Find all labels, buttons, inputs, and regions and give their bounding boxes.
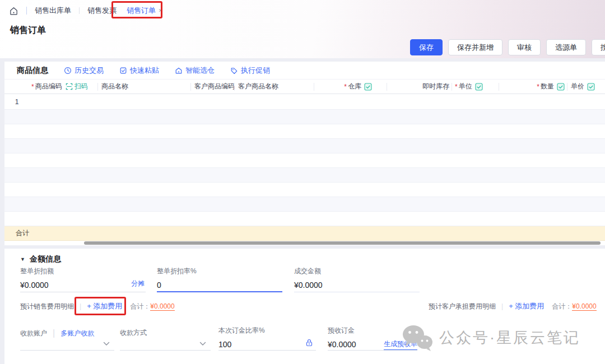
home-icon[interactable] — [9, 6, 18, 16]
customer-fee-row: 预计客户承担费用明细 | + 添加费用 合计： ¥0.0000 — [429, 300, 597, 313]
divider: | — [501, 302, 503, 310]
tag-icon — [230, 67, 238, 74]
select-source-button[interactable]: 选源单 — [546, 39, 586, 55]
amount-section-title: 金额信息 — [30, 254, 61, 264]
tab-divider — [79, 7, 80, 14]
tab-divider — [26, 7, 27, 15]
product-toolbar: 商品信息 历史交易 快速粘贴 智能选仓 执行促销 — [4, 62, 605, 80]
deal-amount-field: 成交金额 ¥0.0000 — [294, 267, 420, 292]
save-and-new-button[interactable]: 保存并新增 — [448, 39, 502, 55]
sales-fee-total[interactable]: ¥0.0000 — [150, 302, 174, 311]
customer-fee-label: 预计客户承担费用明细 — [429, 302, 496, 311]
divider: | — [53, 328, 55, 338]
total-row: 合计 — [4, 226, 605, 241]
row-number: 1 — [4, 98, 29, 106]
tab-bar: 销售出库单 销售发票 销售订单 × — [0, 0, 162, 21]
discount-rate-field[interactable]: 整单折扣率% 0 — [157, 267, 282, 292]
table-row[interactable] — [4, 139, 605, 153]
batch-edit-icon[interactable] — [587, 83, 595, 91]
total-label: 合计： — [552, 302, 572, 311]
column-header-rownum — [4, 83, 29, 91]
table-row[interactable] — [4, 110, 605, 124]
column-header-stock: 即时库存 — [387, 83, 452, 91]
field-value: ¥0.0000 — [294, 281, 420, 290]
chevron-down-icon[interactable] — [103, 342, 110, 346]
sales-fee-label: 预计销售费用明细 — [20, 302, 74, 311]
chevron-down-icon[interactable] — [199, 342, 206, 346]
column-header-product-code: * 商品编码 扫码 — [29, 83, 97, 91]
add-sales-fee-button[interactable]: + 添加费用 — [87, 301, 122, 311]
field-label: 收款方式 — [120, 328, 211, 338]
table-row[interactable] — [4, 183, 605, 197]
table-row[interactable]: 1 — [4, 94, 605, 110]
scan-icon — [66, 83, 73, 90]
bom-button[interactable]: 按BOM生 — [592, 39, 605, 55]
batch-edit-icon[interactable] — [557, 83, 565, 91]
lock-icon[interactable] — [305, 338, 314, 347]
batch-edit-icon[interactable] — [475, 83, 483, 91]
audit-button[interactable]: 审核 — [508, 39, 541, 55]
amount-section-header[interactable]: ▼ 金额信息 — [20, 254, 61, 264]
field-label: 收款账户 — [20, 329, 47, 338]
generate-receipt-link[interactable]: 生成预收单 — [384, 339, 417, 350]
table-row[interactable] — [4, 153, 605, 168]
scrollbar-thumb[interactable] — [84, 241, 601, 245]
field-label: 整单折扣额 — [20, 267, 146, 276]
history-trade-link[interactable]: 历史交易 — [64, 66, 104, 76]
deposit-rate-field[interactable]: 本次订金比率% 100 — [218, 326, 316, 351]
spread-link[interactable]: 分摊 — [131, 279, 145, 288]
add-customer-fee-button[interactable]: + 添加费用 — [509, 301, 544, 311]
payment-account-field[interactable]: 收款账户 | 多账户收款 — [20, 328, 114, 351]
promotion-link[interactable]: 执行促销 — [230, 66, 270, 76]
field-label: 本次订金比率% — [218, 326, 316, 335]
column-header-product-name: 商品名称 — [97, 83, 190, 91]
clock-icon — [64, 67, 72, 74]
batch-edit-icon[interactable] — [364, 83, 372, 91]
column-header-customer-code: 客户商品编码 — [190, 83, 234, 91]
page-title: 销售订单 — [10, 25, 46, 36]
product-section-title: 商品信息 — [17, 66, 48, 76]
sales-fee-row: 预计销售费用明细 | + 添加费用 合计： ¥0.0000 — [20, 300, 175, 313]
customer-fee-total[interactable]: ¥0.0000 — [572, 302, 596, 311]
table-row[interactable] — [4, 212, 605, 226]
field-label: 成交金额 — [294, 267, 420, 276]
save-button[interactable]: 保存 — [410, 39, 443, 55]
checkbox-icon — [119, 67, 127, 74]
top-header: 销售出库单 销售发票 销售订单 × 销售订单 保存 保存并新增 审核 选源单 按… — [0, 0, 605, 58]
table-row[interactable] — [4, 124, 605, 139]
divider: | — [80, 302, 81, 310]
smart-warehouse-link[interactable]: 智能选仓 — [175, 66, 215, 76]
field-value[interactable]: ¥0.0000 — [20, 281, 146, 290]
deposit-field[interactable]: 预收订金 ¥0.0000 生成预收单 — [328, 326, 417, 351]
table-row[interactable] — [4, 197, 605, 212]
payment-method-field[interactable]: 收款方式 — [120, 328, 211, 351]
horizontal-scrollbar[interactable] — [4, 241, 605, 245]
tab-sales-order[interactable]: 销售订单 — [127, 6, 156, 16]
tab-close-icon[interactable]: × — [159, 7, 162, 15]
tab-sales-outbound[interactable]: 销售出库单 — [35, 6, 71, 16]
column-header-customer-name: 客户商品名称 — [234, 83, 314, 91]
column-header-quantity: * 数量 — [499, 83, 567, 91]
tab-sales-invoice[interactable]: 销售发票 — [87, 6, 117, 16]
amount-info-card: ▼ 金额信息 整单折扣额 ¥0.0000 分摊 整单折扣率% 0 成交金额 ¥0… — [4, 249, 605, 364]
scan-code-button[interactable]: 扫码 — [66, 83, 88, 91]
field-label: 预收订金 — [328, 326, 417, 335]
field-label: 整单折扣率% — [157, 267, 282, 276]
total-label: 合计： — [130, 302, 150, 311]
table-row[interactable] — [4, 168, 605, 183]
column-header-warehouse: * 仓库 — [314, 83, 387, 91]
product-info-card: 商品信息 历史交易 快速粘贴 智能选仓 执行促销 — [4, 62, 605, 245]
action-buttons: 保存 保存并新增 审核 选源单 按BOM生 — [410, 39, 605, 55]
quick-paste-link[interactable]: 快速粘贴 — [119, 66, 159, 76]
multi-account-link[interactable]: 多账户收款 — [61, 329, 94, 338]
column-header-unit: * 单位 — [452, 83, 499, 91]
collapse-triangle-icon: ▼ — [20, 256, 25, 262]
field-value[interactable]: 0 — [157, 281, 282, 290]
discount-amount-field[interactable]: 整单折扣额 ¥0.0000 分摊 — [20, 267, 146, 292]
field-value[interactable]: 100 — [218, 340, 316, 349]
column-header-price: 单价 — [567, 83, 605, 91]
table-header-row: * 商品编码 扫码 商品名称 客户商品编码 客户商品名称 * 仓库 — [4, 80, 605, 94]
warehouse-icon — [175, 67, 183, 74]
